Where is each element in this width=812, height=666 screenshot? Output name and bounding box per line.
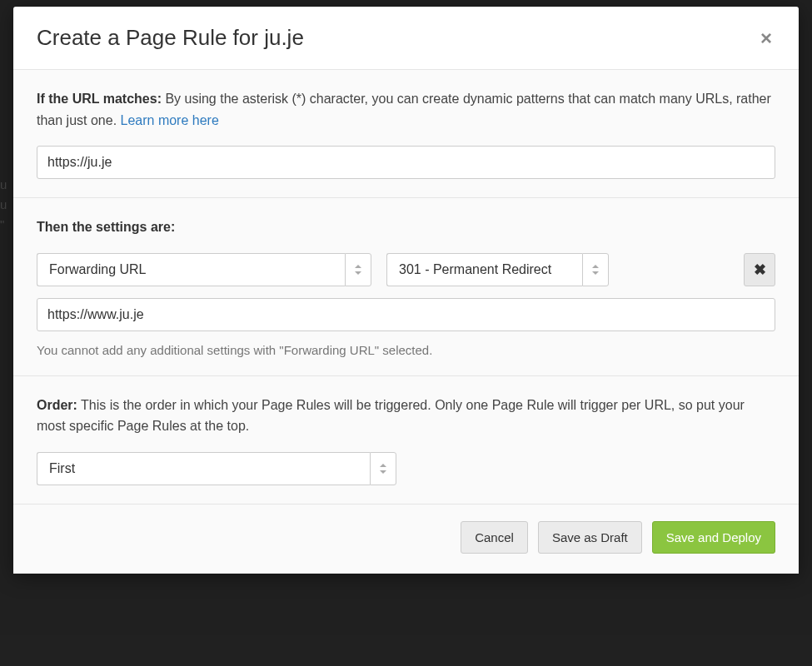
url-pattern-input[interactable] bbox=[37, 146, 775, 179]
remove-icon: ✖ bbox=[754, 261, 766, 279]
stepper-icon[interactable] bbox=[345, 253, 371, 286]
url-match-section: If the URL matches: By using the asteris… bbox=[13, 70, 799, 198]
order-label: Order: bbox=[37, 398, 77, 412]
modal-title: Create a Page Rule for ju.je bbox=[37, 25, 304, 51]
redirect-type-select[interactable]: 301 - Permanent Redirect bbox=[386, 253, 609, 286]
order-section: Order: This is the order in which your P… bbox=[13, 376, 799, 504]
modal-header: Create a Page Rule for ju.je × bbox=[13, 7, 799, 70]
settings-label: Then the settings are: bbox=[37, 216, 775, 238]
close-button[interactable]: × bbox=[757, 27, 775, 50]
destination-url-input[interactable] bbox=[37, 298, 775, 331]
order-select[interactable]: First bbox=[37, 452, 775, 485]
order-value: First bbox=[49, 461, 75, 476]
settings-helper-text: You cannot add any additional settings w… bbox=[37, 343, 775, 357]
setting-type-value: Forwarding URL bbox=[49, 262, 146, 277]
url-match-description: If the URL matches: By using the asteris… bbox=[37, 88, 775, 131]
stepper-icon[interactable] bbox=[370, 452, 396, 485]
modal-footer: Cancel Save as Draft Save and Deploy bbox=[13, 504, 799, 574]
cancel-button[interactable]: Cancel bbox=[461, 521, 528, 554]
save-deploy-button[interactable]: Save and Deploy bbox=[652, 521, 775, 554]
order-description: Order: This is the order in which your P… bbox=[37, 395, 775, 437]
create-page-rule-modal: Create a Page Rule for ju.je × If the UR… bbox=[13, 7, 799, 574]
order-text: This is the order in which your Page Rul… bbox=[37, 398, 745, 434]
learn-more-link[interactable]: Learn more here bbox=[121, 113, 219, 127]
settings-row: Forwarding URL 301 - Permanent Redirect … bbox=[37, 253, 775, 286]
redirect-type-value: 301 - Permanent Redirect bbox=[399, 262, 551, 277]
close-icon: × bbox=[760, 27, 772, 49]
stepper-icon[interactable] bbox=[582, 253, 609, 286]
save-draft-button[interactable]: Save as Draft bbox=[538, 521, 642, 554]
background-text: uu" bbox=[0, 175, 7, 235]
setting-type-select[interactable]: Forwarding URL bbox=[37, 253, 371, 286]
settings-section: Then the settings are: Forwarding URL 30… bbox=[13, 198, 799, 376]
remove-setting-button[interactable]: ✖ bbox=[744, 253, 775, 286]
url-match-label: If the URL matches: bbox=[37, 92, 162, 106]
